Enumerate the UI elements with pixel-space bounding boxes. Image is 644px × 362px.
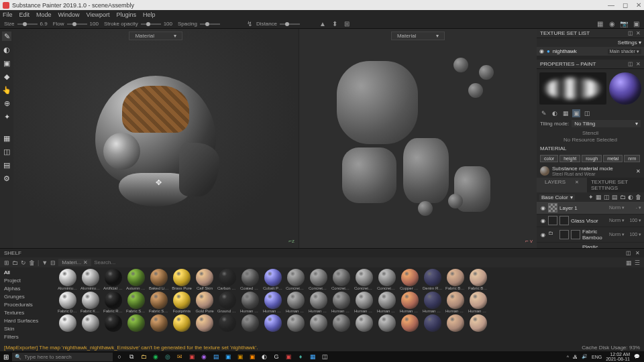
shelf-material[interactable]: Concrete S...: [377, 269, 397, 290]
panel-undock-icon[interactable]: ◫: [628, 30, 633, 36]
shelf-material[interactable]: Human For...: [445, 292, 466, 313]
task-app3[interactable]: ▤: [211, 352, 221, 361]
layer-row[interactable]: ◉Layer 1Norm ▾- ▾: [537, 202, 644, 215]
shelf-material[interactable]: Concrete D...: [331, 269, 352, 290]
maximize-button[interactable]: ◻: [623, 1, 628, 9]
shelf-material[interactable]: [195, 314, 215, 332]
shelf-material[interactable]: [240, 314, 260, 332]
shader-dropdown[interactable]: Main shader ▾: [608, 49, 641, 54]
material-mode-row[interactable]: Substance material mode Steel Rust and W…: [537, 164, 644, 178]
menu-mode[interactable]: Mode: [36, 11, 52, 18]
2d-view-icon[interactable]: ▤: [2, 160, 11, 170]
tray-volume-icon[interactable]: 🔊: [582, 354, 588, 359]
shelf-material[interactable]: [263, 314, 283, 332]
menu-help[interactable]: Help: [143, 11, 156, 18]
shelf-material[interactable]: [217, 314, 237, 332]
add-adjust-icon[interactable]: ◐: [628, 194, 633, 200]
shelf-material[interactable]: [377, 314, 397, 332]
shelf-category[interactable]: Hard Surfaces: [3, 317, 52, 324]
channel-view-dropdown[interactable]: Base Color▾: [539, 194, 575, 200]
menu-plugins[interactable]: Plugins: [116, 11, 136, 18]
stencil-value[interactable]: No Resource Selected: [564, 137, 617, 143]
settings-gear-icon[interactable]: ⚙: [2, 174, 11, 183]
shelf-material[interactable]: Footprints: [172, 292, 192, 313]
shelf-material[interactable]: Fabric Deni...: [58, 292, 78, 313]
tab-texture-set-settings[interactable]: TEXTURE SET SETTINGS: [587, 178, 644, 192]
iray-icon[interactable]: ▣: [632, 20, 640, 28]
eraser-tool[interactable]: ◐: [2, 45, 11, 54]
shelf-category[interactable]: Grunges: [3, 293, 52, 300]
tab-layers[interactable]: LAYERS✕: [537, 178, 587, 192]
shelf-material[interactable]: Denim Rivet: [423, 269, 443, 290]
shelf-material[interactable]: [149, 314, 169, 332]
shelf-category[interactable]: Alphas: [3, 285, 52, 292]
material-mode-icon[interactable]: ▣: [572, 109, 580, 117]
shelf-refresh-icon[interactable]: ↻: [21, 259, 26, 266]
shelf-grid-view-icon[interactable]: ▦: [626, 259, 632, 266]
shelf-material[interactable]: [286, 314, 306, 332]
layer-row[interactable]: ◉🗀Fabric BambooNorm ▾100 ▾: [537, 227, 644, 243]
visibility-eye-icon[interactable]: ◉: [539, 48, 544, 54]
lazy-mouse-icon[interactable]: ↯: [246, 20, 254, 28]
mirror-icon[interactable]: ⬍: [331, 20, 339, 28]
shelf-material[interactable]: [331, 314, 352, 332]
size-value[interactable]: 6.9: [40, 21, 48, 27]
clone-tool[interactable]: ⊕: [2, 99, 11, 108]
shelf-material[interactable]: [58, 314, 78, 332]
shelf-material[interactable]: Autumn Leaf: [126, 269, 146, 290]
shelf-category[interactable]: Project: [3, 277, 52, 284]
task-mail[interactable]: ✉: [174, 352, 185, 361]
shelf-material[interactable]: Human Che...: [309, 292, 329, 313]
layer-blend[interactable]: Norm ▾: [609, 205, 625, 210]
layer-opacity[interactable]: - ▾: [627, 205, 641, 210]
smudge-tool[interactable]: 👆: [2, 85, 11, 95]
shelf-material[interactable]: Carbon Fiber: [217, 269, 237, 290]
shelf-material[interactable]: Human Ear...: [354, 292, 374, 313]
add-paint-icon[interactable]: ▤: [612, 194, 618, 200]
task-ai[interactable]: ▣: [247, 352, 258, 361]
task-app8[interactable]: ◫: [319, 352, 330, 361]
shelf-material[interactable]: Calf Skin: [195, 269, 215, 290]
shelf-undock-icon[interactable]: ◫: [626, 250, 631, 256]
shelf-delete-icon[interactable]: 🗑: [29, 259, 35, 266]
task-app2[interactable]: ◉: [199, 352, 209, 361]
shelf-material[interactable]: [103, 314, 123, 332]
task-spotify[interactable]: ◉: [150, 352, 161, 361]
task-explorer[interactable]: 🗀: [138, 352, 149, 361]
tray-network-icon[interactable]: 🖧: [573, 355, 578, 359]
task-app6[interactable]: ♦: [295, 352, 306, 361]
shelf-material[interactable]: Fabric Knit...: [80, 292, 101, 313]
texture-set-item[interactable]: ◉ ● nighthawk Main shader ▾: [537, 47, 644, 56]
shelf-import-icon[interactable]: ⊞: [4, 259, 9, 266]
shelf-material[interactable]: Human Bac...: [286, 292, 306, 313]
task-cortana[interactable]: ○: [114, 352, 125, 361]
2d-viewport[interactable]: Material▾ ⌐ v: [299, 29, 537, 248]
shelf-material[interactable]: Ground Gra...: [217, 292, 237, 313]
channel-color[interactable]: color: [540, 155, 558, 162]
shelf-material[interactable]: [172, 314, 192, 332]
flow-slider[interactable]: [67, 23, 87, 25]
shelf-category[interactable]: Textures: [3, 309, 52, 316]
shelf-material[interactable]: [468, 314, 488, 332]
shelf-material[interactable]: Human Fo...: [400, 292, 420, 313]
folder-icon[interactable]: 🗀: [548, 230, 557, 239]
shelf-material[interactable]: Human Fe...: [377, 292, 397, 313]
shelf-material[interactable]: [80, 314, 101, 332]
shelf-category[interactable]: Procedurals: [3, 301, 52, 308]
shelf-list-view-icon[interactable]: ☰: [635, 259, 640, 266]
shelf-material[interactable]: [423, 314, 443, 332]
layer-row[interactable]: ◉Glass VisorNorm ▾100 ▾: [537, 215, 644, 227]
task-app4[interactable]: ◐: [259, 352, 270, 361]
menu-viewport[interactable]: Viewport: [87, 11, 110, 18]
layer-opacity[interactable]: 100 ▾: [627, 232, 641, 237]
task-view-icon[interactable]: ⧉: [126, 352, 137, 361]
paint-tool[interactable]: ✎: [2, 32, 11, 41]
menu-file[interactable]: File: [3, 11, 13, 18]
shelf-material[interactable]: Copper Pure: [400, 269, 420, 290]
layer-blend[interactable]: Norm ▾: [609, 218, 625, 223]
shelf-category[interactable]: Filters: [3, 333, 52, 341]
shelf-material[interactable]: Human For...: [423, 292, 443, 313]
task-app1[interactable]: ▣: [186, 352, 197, 361]
shelf-material[interactable]: Human Bal...: [263, 292, 283, 313]
layer-eye-icon[interactable]: ◉: [539, 232, 546, 238]
